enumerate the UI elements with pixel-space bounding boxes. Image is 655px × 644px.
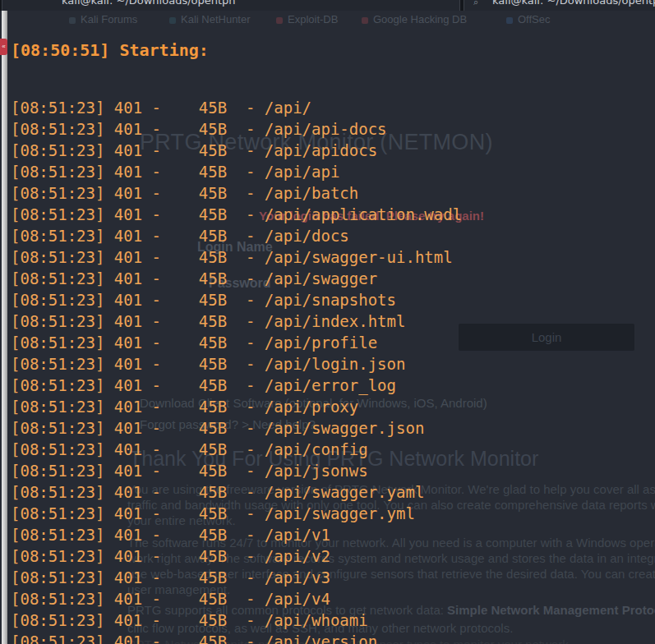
terminal-line: [08:51:23] 401 - 45B - /api/v4 (11, 588, 462, 610)
terminal-starting-line: [08:50:51] Starting: (11, 41, 462, 59)
terminal-line: [08:51:23] 401 - 45B - /api/docs (11, 225, 462, 246)
terminal-line: [08:51:23] 401 - 45B - /api/login.json (11, 353, 462, 375)
terminal-line: [08:51:23] 401 - 45B - /api/api-docs (11, 118, 462, 140)
terminal-output: [08:50:51] Starting: [08:51:23] 401 - 45… (11, 10, 462, 644)
terminal-line: [08:51:23] 401 - 45B - /api/apidocs (11, 140, 462, 161)
terminal-scan-lines: [08:51:23] 401 - 45B - /api/[08:51:23] 4… (11, 97, 462, 644)
terminal-tab-1-title: kali@kali: ~/Downloads/opentph (2, 0, 459, 7)
toolbar-glyph-icon: ᵕ (648, 0, 652, 7)
window-edge-scrollbar[interactable] (2, 11, 7, 644)
terminal-line: [08:51:23] 401 - 45B - /api/snapshots (11, 289, 462, 310)
screen: { "colors":{ "terminal_bg":"#272b34", "o… (0, 0, 655, 644)
bookmark-offsec[interactable]: OffSec (506, 13, 551, 25)
terminal-line: [08:51:23] 401 - 45B - /api/v3 (11, 567, 462, 588)
terminal-line: [08:51:23] 401 - 45B - /api/profile (11, 332, 462, 353)
terminal-line: [08:51:23] 401 - 45B - /api/swagger.json (11, 417, 462, 439)
login-button[interactable]: Login (459, 324, 634, 351)
terminal-line: [08:51:23] 401 - 45B - /api/index.html (11, 310, 462, 332)
terminal-line: [08:51:23] 401 - 45B - /api/swagger.yml (11, 503, 462, 524)
terminal-line: [08:51:23] 401 - 45B - /api/api (11, 161, 462, 182)
terminal-line: [08:51:23] 401 - 45B - /api/swagger.yaml (11, 481, 462, 503)
snmp-bold-text: Simple Network Management Protocol (SNMP… (447, 603, 655, 617)
terminal-tab-bar: kali@kali: ~/Downloads/opentph kali@kali… (0, 0, 655, 11)
terminal-tab-1[interactable]: kali@kali: ~/Downloads/opentph (2, 0, 460, 11)
terminal-line: [08:51:23] 401 - 45B - /api/jsonws (11, 460, 462, 481)
terminal-line: [08:51:23] 401 - 45B - /api/v1 (11, 524, 462, 545)
terminal-line: [08:51:23] 401 - 45B - /api/whoami (11, 610, 462, 631)
terminal-line: [08:51:23] 401 - 45B - /api/application.… (11, 204, 462, 225)
bookmark-label: OffSec (518, 13, 551, 25)
offsec-icon (506, 17, 513, 24)
terminal-line: [08:51:23] 401 - 45B - /api/error_log (11, 375, 462, 396)
toolbar-glyph-icon: ᵕ (612, 0, 616, 7)
terminal-tab-2[interactable]: kali@kali: ~/Downloads/opentph (464, 0, 655, 11)
search-icon: ⌕ (473, 0, 478, 7)
red-edge-badge-icon: « (0, 39, 7, 55)
terminal-tab-2-title: kali@kali: ~/Downloads/opentph (464, 0, 655, 7)
terminal-line: [08:51:23] 401 - 45B - /api/swagger-ui.h… (11, 246, 462, 268)
terminal-line: [08:51:23] 401 - 45B - /api/ (11, 97, 462, 118)
terminal-line: [08:51:23] 401 - 45B - /api/batch (11, 182, 462, 204)
terminal-line: [08:51:23] 401 - 45B - /api/v2 (11, 545, 462, 567)
terminal-line: [08:51:23] 401 - 45B - /api/swagger (11, 268, 462, 289)
terminal-line: [08:51:23] 401 - 45B - /api/version (11, 631, 462, 644)
toolbar-glyph-icon: ◦ (514, 0, 517, 7)
terminal-line: [08:51:23] 401 - 45B - /api/config (11, 439, 462, 460)
terminal-line: [08:51:23] 401 - 45B - /api/proxy (11, 396, 462, 417)
